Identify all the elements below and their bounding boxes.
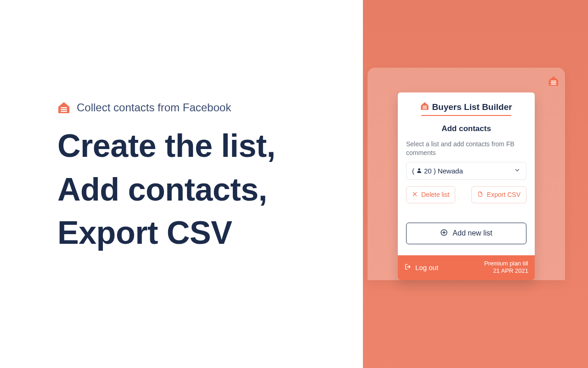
svg-rect-3: [551, 80, 556, 81]
logout-button[interactable]: Log out: [404, 263, 438, 272]
logo-icon: [420, 102, 429, 112]
delete-list-button[interactable]: Delete list: [406, 186, 455, 203]
brand-name: Buyers List Builder: [432, 102, 512, 112]
hero-headline-line-1: Create the list,: [57, 128, 275, 164]
svg-rect-2: [61, 111, 67, 112]
plan-line-2: 21 APR 2021: [493, 267, 528, 274]
extension-icon[interactable]: [548, 75, 560, 87]
select-paren-open: (: [412, 167, 414, 175]
svg-rect-4: [551, 82, 556, 83]
extension-shell: Buyers List Builder Add contacts Select …: [368, 68, 565, 280]
brand-underline: [421, 115, 511, 116]
logout-label: Log out: [415, 264, 438, 271]
select-list-name: Newada: [438, 167, 463, 175]
file-export-icon: [477, 191, 483, 199]
hero: Collect contacts from Facebook Create th…: [57, 101, 342, 255]
svg-point-9: [418, 168, 420, 171]
svg-rect-1: [61, 109, 67, 110]
hero-tagline-row: Collect contacts from Facebook: [57, 101, 342, 114]
chevron-down-icon: [514, 167, 520, 175]
export-csv-button[interactable]: Export CSV: [471, 186, 526, 203]
plus-circle-icon: [440, 229, 448, 238]
svg-rect-5: [551, 84, 556, 85]
select-paren-close: ): [434, 167, 436, 175]
section-title: Add contacts: [406, 124, 526, 133]
person-icon: [416, 167, 422, 175]
list-select[interactable]: ( 20 ) Newada: [406, 162, 526, 180]
svg-rect-6: [423, 106, 427, 106]
hero-headline-line-2: Add contacts,: [57, 172, 267, 207]
export-csv-label: Export CSV: [487, 191, 520, 198]
svg-rect-0: [61, 107, 67, 108]
plan-line-1: Premium plan till: [484, 260, 528, 267]
list-actions: Delete list Export CSV: [406, 186, 526, 203]
add-new-list-button[interactable]: Add new list: [406, 223, 526, 244]
browser-toolbar: [371, 72, 561, 90]
add-new-list-label: Add new list: [452, 229, 492, 237]
hero-headline-line-3: Export CSV: [57, 215, 232, 251]
svg-rect-8: [423, 108, 427, 109]
brand-row: Buyers List Builder: [406, 100, 526, 112]
svg-rect-7: [423, 107, 427, 108]
close-icon: [412, 191, 418, 198]
section-help: Select a list and add contacts from FB c…: [406, 140, 526, 157]
hero-tagline: Collect contacts from Facebook: [77, 101, 231, 114]
plan-info: Premium plan till 21 APR 2021: [484, 260, 528, 275]
logout-icon: [404, 263, 412, 272]
list-select-value: ( 20 ) Newada: [412, 167, 463, 175]
hero-headline: Create the list, Add contacts, Export CS…: [57, 124, 342, 255]
select-count: 20: [424, 167, 432, 175]
logo-icon: [57, 101, 70, 114]
delete-list-label: Delete list: [421, 191, 449, 198]
extension-popup: Buyers List Builder Add contacts Select …: [398, 92, 535, 280]
popup-footer: Log out Premium plan till 21 APR 2021: [398, 255, 535, 281]
